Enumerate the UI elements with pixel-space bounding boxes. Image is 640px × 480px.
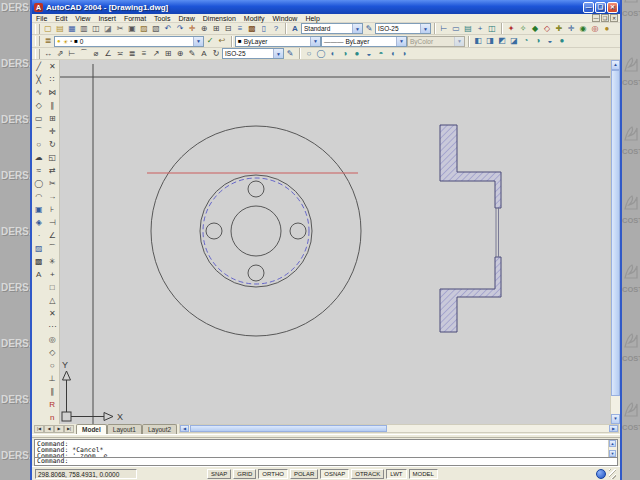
snap-quadrant-button[interactable]: ◇ <box>46 346 59 359</box>
dimension-style-combo[interactable]: ISO-25 ▼ <box>375 23 431 34</box>
snap-endpoint-button[interactable]: □ <box>46 281 59 294</box>
dim-style-combo[interactable]: ISO-25 ▼ <box>222 48 284 59</box>
baseline-dimension-button[interactable]: ≣ <box>126 48 138 60</box>
make-object-layer-current-button[interactable]: ✓ <box>204 35 216 47</box>
scroll-up-icon[interactable]: ▲ <box>609 440 616 447</box>
dimension-edit-button[interactable]: ✎ <box>186 48 198 60</box>
linetype-combo[interactable]: ——— ByLayer ▼ <box>321 36 407 47</box>
render-scene-button[interactable]: ◖ <box>387 48 399 60</box>
toggle-grid[interactable]: GRID <box>233 469 256 479</box>
redo-button[interactable]: ↷ <box>174 23 186 35</box>
mdi-minimize-button[interactable]: — <box>592 14 600 22</box>
snap-midpoint-button[interactable]: △ <box>46 294 59 307</box>
coordinate-display[interactable]: 298.8068, 758.4931, 0.0000 <box>35 469 137 479</box>
snap-parallel-button[interactable]: ∥ <box>46 385 59 398</box>
break-at-point-button[interactable]: ⊦ <box>46 203 59 216</box>
zoom-realtime-button[interactable]: ⊕ <box>198 23 210 35</box>
quick-calc-button[interactable]: ◫ <box>486 23 498 35</box>
scroll-left-icon[interactable]: ◀ <box>180 425 189 432</box>
gouraud-shade-button[interactable]: ● <box>351 48 363 60</box>
properties-button[interactable]: ≡ <box>234 23 246 35</box>
menu-edit[interactable]: Edit <box>51 15 71 22</box>
mdi-restore-button[interactable]: ❏ <box>601 14 609 22</box>
trim-button[interactable]: ✂ <box>46 177 59 190</box>
toggle-lwt[interactable]: LWT <box>386 469 406 479</box>
arc-button[interactable]: ⌒ <box>32 125 45 138</box>
new-button[interactable]: ▢ <box>42 23 54 35</box>
chevron-down-icon[interactable]: ▼ <box>352 24 362 33</box>
layer-properties-manager-button[interactable]: ≣ <box>42 35 54 47</box>
angular-dimension-button[interactable]: ∠ <box>102 48 114 60</box>
tab-layout1[interactable]: Layout1 <box>107 424 142 434</box>
tab-layout2[interactable]: Layout2 <box>142 424 177 434</box>
explode-button[interactable]: ✳ <box>46 255 59 268</box>
array-button[interactable]: ⊞ <box>46 112 59 125</box>
stretch-button[interactable]: ⇄ <box>46 164 59 177</box>
layer-on-icon[interactable]: ● <box>57 38 61 44</box>
zoom-window-button[interactable]: ⊞ <box>210 23 222 35</box>
orbit-button[interactable]: ◉ <box>577 23 589 35</box>
horizontal-scrollbar[interactable]: ◀ ▶ <box>179 424 619 433</box>
color-combo[interactable]: ■ ByLayer ▼ <box>235 36 321 47</box>
hide-button[interactable]: ◑ <box>532 35 544 47</box>
insert-block-button[interactable]: ▣ <box>32 203 45 216</box>
command-input[interactable]: Command: <box>34 458 618 466</box>
aligned-dimension-button[interactable]: ⇗ <box>54 48 66 60</box>
tool-palettes-button[interactable]: ▯ <box>258 23 270 35</box>
menu-view[interactable]: View <box>71 15 94 22</box>
scroll-right-icon[interactable]: ▶ <box>609 425 618 432</box>
menu-draw[interactable]: Draw <box>174 15 198 22</box>
communication-center-icon[interactable] <box>596 469 606 479</box>
dimension-update-button[interactable]: ↻ <box>210 48 222 60</box>
paste-button[interactable]: ▨ <box>138 23 150 35</box>
model-space-canvas[interactable]: XY <box>60 60 610 424</box>
osnap-settings-button[interactable]: n <box>46 411 59 424</box>
cut-button[interactable]: ✂ <box>114 23 126 35</box>
snap-override-button[interactable]: ◆ <box>529 23 541 35</box>
chevron-down-icon[interactable]: ▼ <box>420 24 430 33</box>
scroll-down-icon[interactable]: ▼ <box>611 414 620 424</box>
2d-wireframe-button[interactable]: ○ <box>303 48 315 60</box>
toggle-polar[interactable]: POLAR <box>290 469 318 479</box>
chevron-down-icon[interactable]: ▼ <box>273 49 283 58</box>
plot-preview-button[interactable]: ◫ <box>90 23 102 35</box>
center-mark-button[interactable]: ⊕ <box>174 48 186 60</box>
move-button[interactable]: ✛ <box>46 125 59 138</box>
chamfer-button[interactable]: ∠ <box>46 229 59 242</box>
pan-realtime-button[interactable]: ✛ <box>186 23 198 35</box>
offset-button[interactable]: ∥ <box>46 99 59 112</box>
locate-point-button[interactable]: + <box>474 23 486 35</box>
menu-help[interactable]: Help <box>301 15 323 22</box>
chevron-down-icon[interactable]: ▼ <box>396 37 406 46</box>
plot-button[interactable]: ▥ <box>78 23 90 35</box>
named-ucs-button[interactable]: ✛ <box>565 23 577 35</box>
region-button[interactable]: ▩ <box>32 255 45 268</box>
help-button[interactable]: ? <box>270 23 282 35</box>
diameter-dimension-button[interactable]: ⌀ <box>90 48 102 60</box>
snap-node-button[interactable]: R <box>46 398 59 411</box>
vertical-scroll-thumb[interactable] <box>611 70 620 396</box>
menu-dimension[interactable]: Dimension <box>199 15 240 22</box>
maximize-button[interactable]: ❏ <box>595 2 606 13</box>
make-block-button[interactable]: ◈ <box>32 216 45 229</box>
gouraud-edges-shade-button[interactable]: ◓ <box>375 48 387 60</box>
match-properties-button[interactable]: ▧ <box>150 23 162 35</box>
tolerance-button[interactable]: ⊞ <box>162 48 174 60</box>
tab-nav-button-0[interactable]: |◀ <box>34 425 44 433</box>
copy-button[interactable]: ▣ <box>126 23 138 35</box>
toolbar-drag-handle[interactable] <box>35 36 40 46</box>
mdi-close-button[interactable]: ✕ <box>610 14 618 22</box>
toolbar-drag-handle[interactable] <box>35 49 40 59</box>
circle-button[interactable]: ○ <box>32 138 45 151</box>
line-button[interactable]: ╱ <box>32 60 45 73</box>
text-style-combo[interactable]: Standard ▼ <box>301 23 363 34</box>
command-scrollbar[interactable]: ▲ ▼ <box>608 440 617 457</box>
tab-nav-button-1[interactable]: ◀ <box>44 425 54 433</box>
construction-line-button[interactable]: ╳ <box>32 73 45 86</box>
rotate-button[interactable]: ↻ <box>46 138 59 151</box>
layer-combo[interactable]: ● ☀ ▪ ■ 0 ▼ <box>54 36 204 47</box>
iso-view-button[interactable]: ◔ <box>520 35 532 47</box>
toggle-model[interactable]: MODEL <box>409 469 438 479</box>
layer-lock-icon[interactable]: ▪ <box>70 38 72 44</box>
break-button[interactable]: ⊣ <box>46 216 59 229</box>
